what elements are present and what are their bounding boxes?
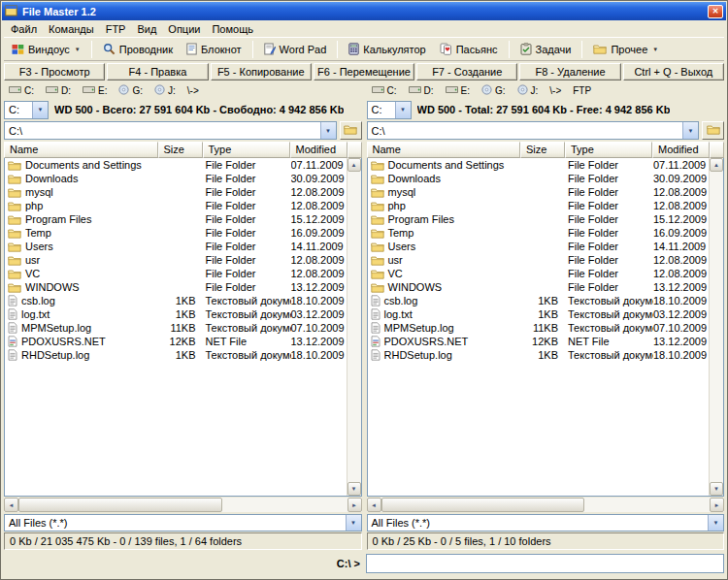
file-row[interactable]: phpFile Folder12.08.2009 2: [368, 199, 710, 212]
file-row[interactable]: MPMSetup.log11KBТекстовый документ07.10.…: [5, 321, 347, 335]
file-row[interactable]: TempFile Folder16.09.2009 1: [368, 226, 710, 240]
favorites-folder-button[interactable]: [340, 121, 362, 140]
column-header-modified[interactable]: Modified: [652, 142, 710, 158]
drive-button[interactable]: \->: [546, 83, 565, 98]
scrollbar-thumb[interactable]: [381, 498, 585, 512]
toolbar-button[interactable]: Пасьянс: [434, 39, 504, 59]
drive-button[interactable]: J:: [150, 83, 180, 98]
command-input[interactable]: [366, 554, 724, 573]
file-row[interactable]: csb.log1KBТекстовый документ18.10.2009 9: [5, 294, 347, 307]
file-row[interactable]: Documents and SettingsFile Folder07.11.2…: [5, 158, 347, 172]
file-row[interactable]: MPMSetup.log11KBТекстовый документ07.10.…: [368, 321, 710, 335]
drive-button[interactable]: C:: [5, 83, 38, 98]
file-row[interactable]: WINDOWSFile Folder13.12.2009 2: [368, 280, 710, 294]
file-row[interactable]: RHDSetup.log1KBТекстовый документ18.10.2…: [5, 348, 347, 362]
toolbar-button[interactable]: Калькулятор: [343, 39, 431, 59]
menu-item[interactable]: FTP: [100, 22, 132, 36]
horizontal-scrollbar[interactable]: ◄ ►: [4, 498, 362, 512]
scroll-down-icon[interactable]: ▼: [347, 482, 361, 496]
file-row[interactable]: VCFile Folder12.08.2009 2: [5, 267, 347, 280]
drive-button[interactable]: FTP: [569, 83, 595, 98]
vertical-scrollbar[interactable]: ▲ ▼: [709, 158, 723, 496]
file-row[interactable]: PDOXUSRS.NET12KBNET File13.12.2009 2: [368, 335, 710, 348]
scroll-left-icon[interactable]: ◄: [367, 498, 381, 512]
file-row[interactable]: VCFile Folder12.08.2009 2: [368, 267, 710, 280]
toolbar-button[interactable]: Блокнот: [181, 39, 248, 59]
scrollbar-track[interactable]: [381, 498, 711, 512]
function-button[interactable]: F6 - Перемещение: [314, 63, 414, 81]
file-row[interactable]: mysqlFile Folder12.08.2009 2: [5, 185, 347, 199]
scroll-up-icon[interactable]: ▲: [710, 158, 723, 172]
file-row[interactable]: Program FilesFile Folder15.12.2009 2: [5, 212, 347, 226]
drive-button[interactable]: C:: [368, 83, 401, 98]
close-button[interactable]: ✕: [708, 5, 723, 18]
file-row[interactable]: usrFile Folder12.08.2009 2: [5, 253, 347, 267]
drive-button[interactable]: \->: [183, 83, 203, 98]
drive-selector[interactable]: C: ▼: [367, 101, 412, 119]
menu-item[interactable]: Файл: [5, 22, 43, 36]
function-button[interactable]: F4 - Правка: [107, 63, 208, 81]
column-header-name[interactable]: Name: [4, 142, 158, 158]
menu-item[interactable]: Вид: [131, 22, 162, 36]
path-input[interactable]: C:\ ▼: [4, 121, 337, 140]
vertical-scrollbar[interactable]: ▲ ▼: [347, 158, 361, 496]
toolbar-button[interactable]: Задачи: [514, 39, 578, 59]
drive-button[interactable]: G:: [478, 83, 510, 98]
filter-selector[interactable]: All Files (*.*) ▼: [4, 514, 362, 532]
scrollbar-thumb[interactable]: [18, 498, 222, 512]
dropdown-caret-icon[interactable]: ▼: [75, 47, 81, 52]
dropdown-caret-icon[interactable]: ▼: [346, 515, 361, 531]
horizontal-scrollbar[interactable]: ◄ ►: [367, 498, 725, 512]
file-row[interactable]: usrFile Folder12.08.2009 2: [368, 253, 710, 267]
scroll-up-icon[interactable]: ▲: [347, 158, 361, 172]
file-row[interactable]: log.txt1KBТекстовый документ03.12.2009 2: [368, 307, 710, 321]
drive-button[interactable]: G:: [115, 83, 147, 98]
toolbar-button[interactable]: Word Pad: [258, 39, 333, 59]
function-button[interactable]: F5 - Копирование: [211, 63, 312, 81]
function-button[interactable]: F3 - Просмотр: [4, 63, 105, 81]
file-row[interactable]: DownloadsFile Folder30.09.2009 2: [5, 172, 347, 185]
title-bar[interactable]: File Master 1.2 ✕: [2, 2, 726, 20]
file-row[interactable]: UsersFile Folder14.11.2009 2: [368, 240, 710, 253]
drive-button[interactable]: E:: [442, 83, 474, 98]
column-header-type[interactable]: Type: [203, 142, 290, 158]
dropdown-caret-icon[interactable]: ▼: [652, 47, 658, 52]
column-header-modified[interactable]: Modified: [290, 142, 347, 158]
drive-button[interactable]: D:: [405, 83, 438, 98]
file-row[interactable]: mysqlFile Folder12.08.2009 2: [368, 185, 710, 199]
file-row[interactable]: TempFile Folder16.09.2009 1: [5, 226, 347, 240]
file-row[interactable]: DownloadsFile Folder30.09.2009 2: [368, 172, 710, 185]
file-row[interactable]: PDOXUSRS.NET12KBNET File13.12.2009 2: [5, 335, 347, 348]
menu-item[interactable]: Помощь: [206, 22, 259, 36]
scroll-left-icon[interactable]: ◄: [4, 498, 18, 512]
dropdown-caret-icon[interactable]: ▼: [682, 122, 698, 139]
file-row[interactable]: WINDOWSFile Folder13.12.2009 2: [5, 280, 347, 294]
file-row[interactable]: log.txt1KBТекстовый документ03.12.2009 2: [5, 307, 347, 321]
filter-selector[interactable]: All Files (*.*) ▼: [367, 514, 725, 532]
scroll-down-icon[interactable]: ▼: [710, 482, 723, 496]
scroll-right-icon[interactable]: ►: [710, 498, 724, 512]
drive-button[interactable]: J:: [513, 83, 543, 98]
file-row[interactable]: Program FilesFile Folder15.12.2009 2: [368, 212, 710, 226]
column-header-name[interactable]: Name: [367, 142, 521, 158]
toolbar-button[interactable]: Проводник: [97, 39, 179, 59]
dropdown-caret-icon[interactable]: ▼: [320, 122, 336, 139]
toolbar-button[interactable]: Виндоус▼: [6, 39, 86, 59]
file-row[interactable]: UsersFile Folder14.11.2009 2: [5, 240, 347, 253]
menu-item[interactable]: Опции: [162, 22, 206, 36]
menu-item[interactable]: Команды: [43, 22, 100, 36]
drive-button[interactable]: E:: [79, 83, 111, 98]
dropdown-caret-icon[interactable]: ▼: [395, 102, 411, 118]
drive-selector[interactable]: C: ▼: [4, 101, 49, 119]
favorites-folder-button[interactable]: [702, 121, 724, 140]
scrollbar-track[interactable]: [18, 498, 347, 512]
scroll-right-icon[interactable]: ►: [347, 498, 362, 512]
toolbar-button[interactable]: Прочее▼: [587, 39, 664, 59]
file-row[interactable]: phpFile Folder12.08.2009 2: [5, 199, 347, 212]
path-input[interactable]: C:\ ▼: [367, 121, 700, 140]
drive-button[interactable]: D:: [42, 83, 75, 98]
column-header-type[interactable]: Type: [565, 142, 652, 158]
file-row[interactable]: csb.log1KBТекстовый документ18.10.2009 9: [368, 294, 710, 307]
dropdown-caret-icon[interactable]: ▼: [708, 515, 723, 531]
column-header-size[interactable]: Size: [520, 142, 565, 158]
